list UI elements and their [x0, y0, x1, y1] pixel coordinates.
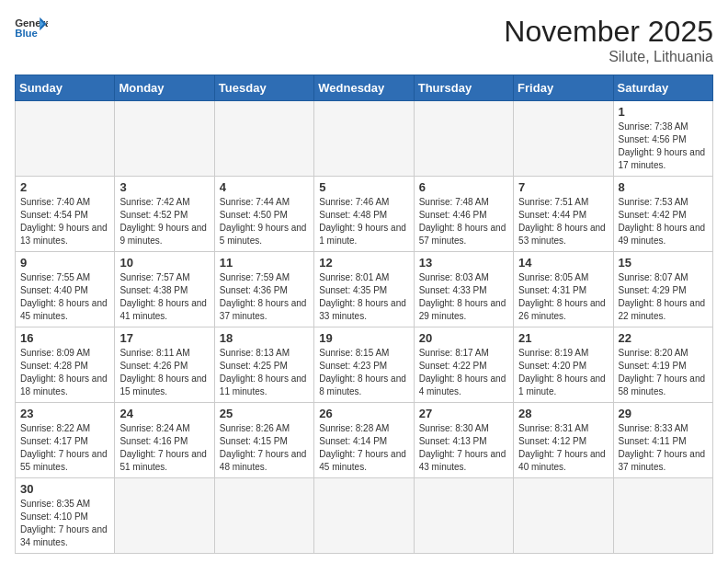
calendar-cell: 27Sunrise: 8:30 AM Sunset: 4:13 PM Dayli…: [414, 403, 513, 478]
day-info: Sunrise: 8:17 AM Sunset: 4:22 PM Dayligh…: [419, 347, 508, 398]
calendar-cell: [514, 478, 613, 554]
calendar-cell: 10Sunrise: 7:57 AM Sunset: 4:38 PM Dayli…: [115, 252, 214, 327]
day-number: 19: [319, 331, 408, 345]
month-title: November 2025: [504, 15, 713, 49]
calendar-cell: 3Sunrise: 7:42 AM Sunset: 4:52 PM Daylig…: [115, 177, 214, 252]
day-info: Sunrise: 8:30 AM Sunset: 4:13 PM Dayligh…: [419, 422, 508, 474]
calendar-cell: 22Sunrise: 8:20 AM Sunset: 4:19 PM Dayli…: [613, 327, 712, 403]
calendar-week-row: 9Sunrise: 7:55 AM Sunset: 4:40 PM Daylig…: [16, 252, 713, 327]
day-number: 8: [619, 180, 708, 194]
day-of-week-header: Tuesday: [214, 75, 313, 101]
calendar-cell: [214, 101, 313, 177]
day-of-week-header: Monday: [115, 75, 214, 101]
day-info: Sunrise: 8:33 AM Sunset: 4:11 PM Dayligh…: [619, 422, 708, 474]
calendar-cell: [314, 101, 414, 177]
day-info: Sunrise: 7:48 AM Sunset: 4:46 PM Dayligh…: [419, 196, 508, 247]
day-info: Sunrise: 7:57 AM Sunset: 4:38 PM Dayligh…: [119, 271, 209, 323]
calendar-cell: 17Sunrise: 8:11 AM Sunset: 4:26 PM Dayli…: [115, 327, 214, 403]
calendar-cell: 26Sunrise: 8:28 AM Sunset: 4:14 PM Dayli…: [314, 403, 414, 478]
day-info: Sunrise: 7:59 AM Sunset: 4:36 PM Dayligh…: [220, 271, 309, 323]
day-of-week-header: Thursday: [414, 75, 513, 101]
day-number: 27: [419, 407, 508, 420]
calendar-cell: [314, 478, 414, 554]
day-number: 5: [319, 180, 408, 194]
calendar-cell: 15Sunrise: 8:07 AM Sunset: 4:29 PM Dayli…: [613, 252, 712, 327]
title-area: November 2025 Silute, Lithuania: [504, 15, 713, 65]
day-info: Sunrise: 8:24 AM Sunset: 4:16 PM Dayligh…: [119, 422, 209, 474]
day-info: Sunrise: 8:09 AM Sunset: 4:28 PM Dayligh…: [20, 347, 109, 398]
day-info: Sunrise: 7:42 AM Sunset: 4:52 PM Dayligh…: [119, 196, 209, 247]
day-info: Sunrise: 8:28 AM Sunset: 4:14 PM Dayligh…: [319, 422, 408, 474]
calendar-cell: 7Sunrise: 7:51 AM Sunset: 4:44 PM Daylig…: [514, 177, 613, 252]
day-info: Sunrise: 7:40 AM Sunset: 4:54 PM Dayligh…: [20, 196, 109, 247]
day-info: Sunrise: 8:31 AM Sunset: 4:12 PM Dayligh…: [518, 422, 608, 474]
calendar-cell: 13Sunrise: 8:03 AM Sunset: 4:33 PM Dayli…: [414, 252, 513, 327]
calendar-cell: 9Sunrise: 7:55 AM Sunset: 4:40 PM Daylig…: [16, 252, 115, 327]
day-info: Sunrise: 8:35 AM Sunset: 4:10 PM Dayligh…: [20, 498, 109, 549]
calendar-cell: 6Sunrise: 7:48 AM Sunset: 4:46 PM Daylig…: [414, 177, 513, 252]
logo-icon: General Blue: [15, 15, 48, 42]
calendar-cell: 5Sunrise: 7:46 AM Sunset: 4:48 PM Daylig…: [314, 177, 414, 252]
calendar-cell: 2Sunrise: 7:40 AM Sunset: 4:54 PM Daylig…: [16, 177, 115, 252]
day-number: 23: [20, 407, 109, 420]
calendar-cell: 28Sunrise: 8:31 AM Sunset: 4:12 PM Dayli…: [514, 403, 613, 478]
calendar-cell: 4Sunrise: 7:44 AM Sunset: 4:50 PM Daylig…: [214, 177, 313, 252]
day-number: 6: [419, 180, 508, 194]
calendar-cell: 25Sunrise: 8:26 AM Sunset: 4:15 PM Dayli…: [214, 403, 313, 478]
calendar-cell: 23Sunrise: 8:22 AM Sunset: 4:17 PM Dayli…: [16, 403, 115, 478]
day-info: Sunrise: 8:19 AM Sunset: 4:20 PM Dayligh…: [518, 347, 608, 398]
calendar-cell: 8Sunrise: 7:53 AM Sunset: 4:42 PM Daylig…: [613, 177, 712, 252]
day-info: Sunrise: 8:22 AM Sunset: 4:17 PM Dayligh…: [20, 422, 109, 474]
day-number: 29: [619, 407, 708, 420]
day-info: Sunrise: 8:15 AM Sunset: 4:23 PM Dayligh…: [319, 347, 408, 398]
page-header: General Blue November 2025 Silute, Lithu…: [15, 15, 713, 65]
calendar-table: SundayMondayTuesdayWednesdayThursdayFrid…: [15, 75, 713, 554]
calendar-cell: 20Sunrise: 8:17 AM Sunset: 4:22 PM Dayli…: [414, 327, 513, 403]
day-number: 12: [319, 256, 408, 270]
day-number: 18: [220, 331, 309, 345]
day-of-week-header: Saturday: [613, 75, 712, 101]
day-number: 13: [419, 256, 508, 270]
calendar-cell: 11Sunrise: 7:59 AM Sunset: 4:36 PM Dayli…: [214, 252, 313, 327]
day-info: Sunrise: 7:51 AM Sunset: 4:44 PM Dayligh…: [518, 196, 608, 247]
calendar-cell: 16Sunrise: 8:09 AM Sunset: 4:28 PM Dayli…: [16, 327, 115, 403]
calendar-cell: [514, 101, 613, 177]
day-of-week-header: Sunday: [16, 75, 115, 101]
calendar-week-row: 23Sunrise: 8:22 AM Sunset: 4:17 PM Dayli…: [16, 403, 713, 478]
day-info: Sunrise: 7:44 AM Sunset: 4:50 PM Dayligh…: [220, 196, 309, 247]
day-info: Sunrise: 8:13 AM Sunset: 4:25 PM Dayligh…: [220, 347, 309, 398]
day-number: 17: [119, 331, 209, 345]
day-number: 4: [220, 180, 309, 194]
day-number: 30: [20, 482, 109, 496]
svg-text:Blue: Blue: [15, 28, 38, 39]
calendar-cell: [115, 101, 214, 177]
logo: General Blue: [15, 15, 48, 42]
day-number: 26: [319, 407, 408, 420]
calendar-header-row: SundayMondayTuesdayWednesdayThursdayFrid…: [16, 75, 713, 101]
day-number: 10: [119, 256, 209, 270]
day-info: Sunrise: 8:01 AM Sunset: 4:35 PM Dayligh…: [319, 271, 408, 323]
calendar-cell: 29Sunrise: 8:33 AM Sunset: 4:11 PM Dayli…: [613, 403, 712, 478]
day-info: Sunrise: 8:07 AM Sunset: 4:29 PM Dayligh…: [619, 271, 708, 323]
day-number: 1: [619, 105, 708, 119]
calendar-cell: 12Sunrise: 8:01 AM Sunset: 4:35 PM Dayli…: [314, 252, 414, 327]
day-number: 20: [419, 331, 508, 345]
day-number: 2: [20, 180, 109, 194]
day-info: Sunrise: 8:26 AM Sunset: 4:15 PM Dayligh…: [220, 422, 309, 474]
day-number: 14: [518, 256, 608, 270]
calendar-cell: 1Sunrise: 7:38 AM Sunset: 4:56 PM Daylig…: [613, 101, 712, 177]
day-number: 15: [619, 256, 708, 270]
calendar-cell: 19Sunrise: 8:15 AM Sunset: 4:23 PM Dayli…: [314, 327, 414, 403]
day-number: 9: [20, 256, 109, 270]
day-number: 25: [220, 407, 309, 420]
calendar-cell: 14Sunrise: 8:05 AM Sunset: 4:31 PM Dayli…: [514, 252, 613, 327]
calendar-cell: [414, 101, 513, 177]
subtitle: Silute, Lithuania: [504, 49, 713, 65]
calendar-cell: [613, 478, 712, 554]
calendar-week-row: 2Sunrise: 7:40 AM Sunset: 4:54 PM Daylig…: [16, 177, 713, 252]
day-number: 21: [518, 331, 608, 345]
day-info: Sunrise: 8:03 AM Sunset: 4:33 PM Dayligh…: [419, 271, 508, 323]
calendar-cell: [115, 478, 214, 554]
day-info: Sunrise: 8:11 AM Sunset: 4:26 PM Dayligh…: [119, 347, 209, 398]
day-number: 28: [518, 407, 608, 420]
